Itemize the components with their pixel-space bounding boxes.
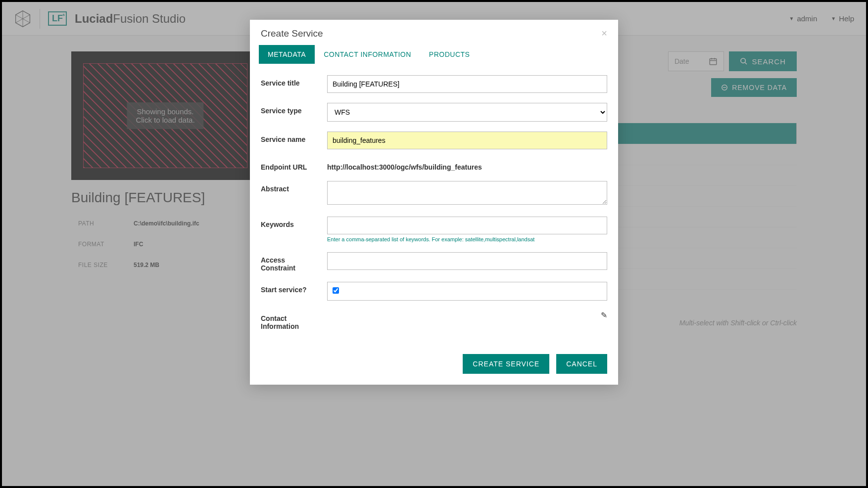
start-service-checkbox[interactable] [333,287,339,294]
endpoint-url-value: http://localhost:3000/ogc/wfs/building_f… [327,159,607,171]
abstract-textarea[interactable] [327,181,607,205]
service-type-select[interactable]: WFS [327,103,607,122]
tab-metadata[interactable]: METADATA [259,45,315,64]
keywords-input[interactable] [327,217,607,234]
service-title-input[interactable] [327,75,607,93]
keywords-helper: Enter a comma-separated list of keywords… [327,236,607,242]
label-service-title: Service title [261,75,318,87]
modal-footer: CREATE SERVICE CANCEL [250,340,618,385]
close-button[interactable]: × [601,28,607,39]
tab-contact[interactable]: CONTACT INFORMATION [315,45,420,64]
label-start: Start service? [261,282,318,294]
label-keywords: Keywords [261,217,318,228]
edit-contact-button[interactable]: ✎ [601,311,607,320]
modal-tabs: METADATA CONTACT INFORMATION PRODUCTS [250,45,618,64]
label-endpoint: Endpoint URL [261,159,318,171]
create-service-button[interactable]: CREATE SERVICE [463,354,549,374]
label-service-name: Service name [261,132,318,143]
modal-body: Service title Service type WFS Service n… [250,64,618,330]
label-access: Access Constraint [261,252,318,272]
modal-header: Create Service × [250,20,618,45]
access-constraint-input[interactable] [327,252,607,270]
modal-title: Create Service [261,28,323,39]
create-service-modal: Create Service × METADATA CONTACT INFORM… [250,20,618,385]
label-service-type: Service type [261,103,318,115]
cancel-button[interactable]: CANCEL [556,354,607,374]
label-abstract: Abstract [261,181,318,193]
service-name-input[interactable] [327,132,607,149]
label-contact: Contact Information [261,311,318,330]
tab-products[interactable]: PRODUCTS [420,45,479,64]
